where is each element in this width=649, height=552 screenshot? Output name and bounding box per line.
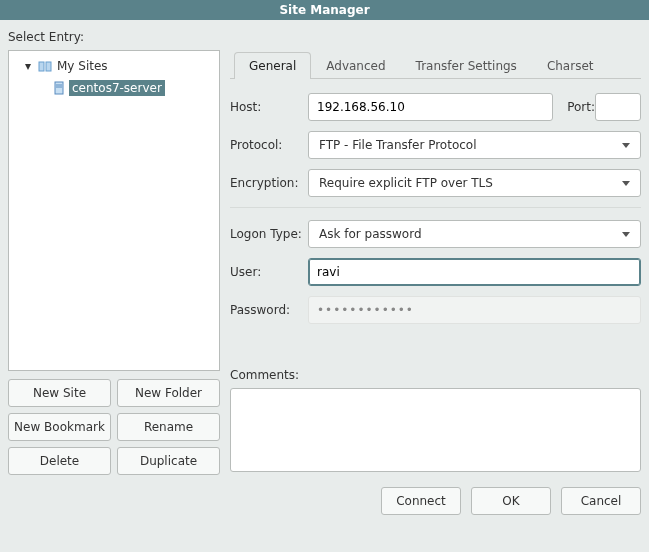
connect-button[interactable]: Connect <box>381 487 461 515</box>
tab-charset[interactable]: Charset <box>532 52 609 79</box>
protocol-label: Protocol: <box>230 138 308 152</box>
tree-root-row[interactable]: ▾ My Sites <box>9 55 219 77</box>
protocol-row: Protocol: FTP - File Transfer Protocol <box>230 131 641 159</box>
chevron-down-icon <box>622 232 630 237</box>
password-label: Password: <box>230 303 308 317</box>
logon-type-select[interactable]: Ask for password <box>308 220 641 248</box>
user-row: User: <box>230 258 641 286</box>
main-row: ▾ My Sites centos7-server New Site New F… <box>8 50 641 475</box>
svg-rect-0 <box>39 62 44 71</box>
dialog-buttons: Connect OK Cancel <box>8 487 641 515</box>
general-form: Host: Port: Protocol: FTP - File Transfe… <box>230 79 641 475</box>
port-input[interactable] <box>595 93 641 121</box>
tree-root-label: My Sites <box>57 59 108 73</box>
select-entry-label: Select Entry: <box>8 30 641 44</box>
sites-folder-icon <box>37 59 53 73</box>
tab-strip: General Advanced Transfer Settings Chars… <box>230 52 641 79</box>
left-column: ▾ My Sites centos7-server New Site New F… <box>8 50 220 475</box>
svg-rect-1 <box>46 62 51 71</box>
protocol-value: FTP - File Transfer Protocol <box>319 138 477 152</box>
logon-row: Logon Type: Ask for password <box>230 220 641 248</box>
encryption-label: Encryption: <box>230 176 308 190</box>
encryption-value: Require explicit FTP over TLS <box>319 176 493 190</box>
delete-button[interactable]: Delete <box>8 447 111 475</box>
host-row: Host: Port: <box>230 93 641 121</box>
tree-expander-icon[interactable]: ▾ <box>23 59 33 73</box>
tab-transfer-settings[interactable]: Transfer Settings <box>401 52 532 79</box>
left-button-grid: New Site New Folder New Bookmark Rename … <box>8 379 220 475</box>
rename-button[interactable]: Rename <box>117 413 220 441</box>
new-folder-button[interactable]: New Folder <box>117 379 220 407</box>
user-label: User: <box>230 265 308 279</box>
right-column: General Advanced Transfer Settings Chars… <box>230 50 641 475</box>
logon-type-value: Ask for password <box>319 227 422 241</box>
host-input[interactable] <box>308 93 553 121</box>
site-tree[interactable]: ▾ My Sites centos7-server <box>8 50 220 371</box>
tab-advanced[interactable]: Advanced <box>311 52 400 79</box>
encryption-row: Encryption: Require explicit FTP over TL… <box>230 169 641 197</box>
protocol-select[interactable]: FTP - File Transfer Protocol <box>308 131 641 159</box>
svg-rect-2 <box>55 82 63 94</box>
ok-button[interactable]: OK <box>471 487 551 515</box>
tree-entry-label: centos7-server <box>69 80 165 96</box>
duplicate-button[interactable]: Duplicate <box>117 447 220 475</box>
comments-label: Comments: <box>230 368 641 382</box>
tab-general[interactable]: General <box>234 52 311 79</box>
password-mask: •••••••••••• <box>309 303 414 317</box>
user-input[interactable] <box>308 258 641 286</box>
dialog-content: Select Entry: ▾ My Sites centos7-server <box>0 20 649 523</box>
password-input: •••••••••••• <box>308 296 641 324</box>
logon-type-label: Logon Type: <box>230 227 308 241</box>
port-label: Port: <box>563 100 595 114</box>
divider <box>230 207 641 208</box>
host-label: Host: <box>230 100 308 114</box>
chevron-down-icon <box>622 143 630 148</box>
server-icon <box>53 81 65 95</box>
chevron-down-icon <box>622 181 630 186</box>
password-row: Password: •••••••••••• <box>230 296 641 324</box>
cancel-button[interactable]: Cancel <box>561 487 641 515</box>
tree-entry-row[interactable]: centos7-server <box>9 77 219 99</box>
new-site-button[interactable]: New Site <box>8 379 111 407</box>
encryption-select[interactable]: Require explicit FTP over TLS <box>308 169 641 197</box>
window-title: Site Manager <box>0 0 649 20</box>
new-bookmark-button[interactable]: New Bookmark <box>8 413 111 441</box>
comments-input[interactable] <box>230 388 641 472</box>
